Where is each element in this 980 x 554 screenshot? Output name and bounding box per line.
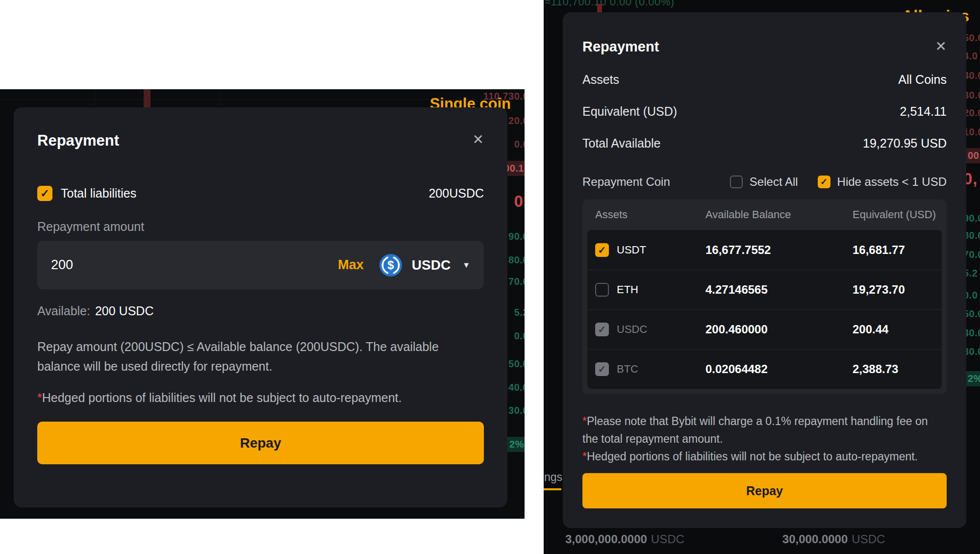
summary-row-total-available: Total Available 19,270.95 USD (582, 136, 947, 151)
asterisk: * (37, 391, 42, 404)
svg-text:$: $ (387, 258, 394, 272)
total-liabilities-checkbox[interactable]: ✓ (37, 186, 52, 201)
price-tick: 40.0 (508, 382, 525, 393)
amount-input-box: Max $ USDC ▼ (37, 241, 484, 289)
background-tab-fragment: ngs (544, 471, 562, 484)
price-tick: 80.0 (508, 254, 525, 266)
equivalent-usd: 16,681.77 (853, 243, 942, 257)
asset-name: BTC (617, 363, 638, 376)
price-tick: 30.0 (508, 405, 525, 416)
order-value: 30,000.0000USDC (782, 532, 885, 546)
price-tick: 0.0 (514, 330, 525, 342)
order-value: 3,000,000.0000USDC (565, 532, 684, 546)
asset-name: USDT (617, 244, 646, 256)
repayment-coin-table: Assets Available Balance Equivalent (USD… (582, 200, 947, 394)
chart-candle-fragment (597, 4, 602, 13)
close-icon[interactable]: ✕ (473, 133, 484, 147)
price-tick: 2% (505, 437, 525, 452)
table-header-row: Assets Available Balance Equivalent (USD… (587, 200, 942, 230)
footnote: *Hedged portions of liabilities will not… (37, 391, 484, 405)
equivalent-usd: 19,273.70 (853, 283, 942, 297)
summary-row-assets: Assets All Coins (582, 73, 947, 87)
available-value: 200 USDC (95, 304, 154, 318)
repay-notice-text: Repay amount (200USDC) ≤ Available balan… (37, 337, 454, 376)
chart-ticker-text: ≈110,700.10 0.00 (0.00%) (545, 0, 675, 8)
summary-row-equivalent: Equivalent (USD) 2,514.11 (582, 104, 947, 119)
price-tick: 0.0 (514, 139, 525, 150)
price-tick: 70.0 (508, 276, 525, 287)
table-row-eth[interactable]: ✓ ETH 4.27146565 19,273.70 (587, 270, 942, 309)
total-liabilities-row: ✓ Total liabilities 200USDC (37, 186, 484, 201)
price-tick: 20.0 (508, 115, 525, 126)
repayment-modal-all-coins: Repayment ✕ Assets All Coins Equivalent … (563, 12, 966, 528)
available-balance: 4.27146565 (705, 283, 853, 297)
hide-assets-checkbox[interactable]: ✓ (818, 176, 830, 188)
col-header-equivalent: Equivalent (USD) (853, 208, 942, 221)
price-tick: 90.0 (508, 231, 525, 242)
price-tick: 50.0 (508, 358, 525, 370)
repay-button[interactable]: Repay (582, 473, 947, 508)
row-checkbox-usdt[interactable]: ✓ (595, 243, 609, 257)
modal-title: Repayment (582, 39, 659, 55)
price-tick: 0, (514, 192, 525, 211)
col-header-balance: Available Balance (705, 208, 853, 221)
background-order-values: 3,000,000.0000USDC 30,000.0000USDC (565, 532, 957, 546)
currency-selector[interactable]: $ USDC ▼ (379, 254, 470, 277)
repayment-modal-single: Repayment ✕ ✓ Total liabilities 200USDC … (14, 107, 507, 507)
repay-button[interactable]: Repay (37, 422, 484, 464)
repayment-amount-label: Repayment amount (37, 220, 484, 234)
modal-title: Repayment (37, 132, 119, 150)
available-balance: 16,677.7552 (705, 243, 853, 257)
select-all-checkbox[interactable]: ✓ (730, 176, 743, 188)
chevron-down-icon: ▼ (462, 261, 470, 270)
amount-input[interactable] (51, 257, 338, 273)
footnotes: *Please note that Bybit will charge a 0.… (582, 412, 935, 465)
repayment-coin-bar: Repayment Coin ✓ Select All ✓ Hide asset… (582, 175, 947, 189)
table-row-usdt[interactable]: ✓ USDT 16,677.7552 16,681.77 (587, 230, 942, 270)
left-chart-backdrop: 110,730.020.00.000.10,90.080.070.05.20.0… (0, 89, 525, 519)
table-row-usdc[interactable]: ✓ USDC 200.460000 200.44 (587, 309, 942, 349)
max-button[interactable]: Max (338, 257, 364, 273)
table-row-btc[interactable]: ✓ BTC 0.02064482 2,388.73 (587, 349, 942, 389)
select-all-label: Select All (750, 175, 798, 189)
available-balance: 200.460000 (705, 323, 853, 336)
asset-name: ETH (617, 283, 638, 296)
footnote-fee: *Please note that Bybit will charge a 0.… (582, 412, 935, 448)
footnote-hedged: *Hedged portions of liabilities will not… (582, 448, 935, 465)
total-liabilities-value: 200USDC (428, 186, 484, 201)
hide-assets-label: Hide assets < 1 USD (837, 175, 947, 189)
price-tick: 5.2 (514, 307, 525, 318)
usdc-coin-icon: $ (379, 254, 402, 277)
row-checkbox-eth[interactable]: ✓ (595, 283, 609, 297)
available-balance: 0.02064482 (705, 362, 853, 376)
currency-label: USDC (412, 257, 451, 273)
row-checkbox-usdc: ✓ (595, 323, 609, 336)
repayment-coin-label: Repayment Coin (582, 175, 670, 189)
available-label: Available: (37, 304, 90, 318)
equivalent-usd: 2,388.73 (853, 362, 942, 376)
equivalent-usd: 200.44 (853, 323, 942, 336)
right-chart-backdrop: ≈110,700.10 0.00 (0.00%) 50.04.040.030.0… (544, 0, 980, 554)
col-header-assets: Assets (595, 208, 705, 221)
close-icon[interactable]: ✕ (935, 40, 947, 53)
asset-name: USDC (617, 323, 647, 336)
row-checkbox-btc: ✓ (595, 362, 609, 376)
available-row: Available:200 USDC (37, 304, 484, 318)
total-liabilities-label: Total liabilities (61, 186, 136, 201)
summary-section: Assets All Coins Equivalent (USD) 2,514.… (582, 73, 947, 151)
tab-active-underline (544, 488, 561, 490)
